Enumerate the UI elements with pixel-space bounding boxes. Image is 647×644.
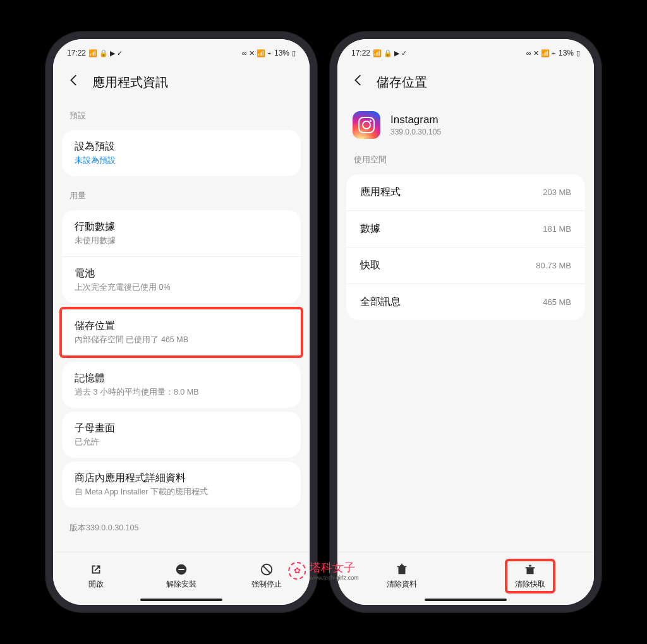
row-mobile-data[interactable]: 行動數據 未使用數據 <box>62 210 301 257</box>
row-memory[interactable]: 記憶體 過去 3 小時的平均使用量：8.0 MB <box>62 362 301 408</box>
card-store: 商店內應用程式詳細資料 自 Meta App Installer 下載的應用程式 <box>62 462 301 508</box>
row-set-default[interactable]: 設為預設 未設為預設 <box>62 130 301 176</box>
svg-line-3 <box>263 566 270 573</box>
kv-val: 80.73 MB <box>536 261 571 270</box>
bottom-actions-left: 開啟 解除安裝 強制停止 <box>53 552 310 605</box>
section-default-label: 預設 <box>53 100 310 126</box>
watermark: ✿ 塔科女子 www.tech-girlz.com <box>288 560 359 581</box>
status-icons-left: 📶 🔒 ▶ ✓ <box>373 49 407 57</box>
action-label: 清除快取 <box>515 579 545 590</box>
kv-val: 203 MB <box>543 188 571 197</box>
phone-left: 17:22 📶 🔒 ▶ ✓ ∞ ✕ 📶 ⌁ 13% ▯ 應用程式資訊 預設 設為… <box>45 32 317 612</box>
row-cache-size[interactable]: 快取 80.73 MB <box>346 247 585 284</box>
status-time: 17:22 <box>351 49 370 57</box>
kv-key: 應用程式 <box>360 186 401 199</box>
row-title: 行動數據 <box>75 220 288 234</box>
gesture-bar[interactable] <box>140 599 222 601</box>
page-header: 儲存位置 <box>337 62 594 100</box>
row-battery[interactable]: 電池 上次完全充電後已使用 0% <box>62 257 301 303</box>
status-icons-right: ∞ ✕ 📶 ⌁ <box>526 49 556 57</box>
screen-left: 17:22 📶 🔒 ▶ ✓ ∞ ✕ 📶 ⌁ 13% ▯ 應用程式資訊 預設 設為… <box>53 39 310 605</box>
kv-val: 181 MB <box>543 224 571 234</box>
action-label: 開啟 <box>88 579 104 590</box>
card-usage: 行動數據 未使用數據 電池 上次完全充電後已使用 0% <box>62 210 301 303</box>
kv-key: 快取 <box>360 259 380 272</box>
row-sub: 未設為預設 <box>75 155 288 166</box>
row-sub: 未使用數據 <box>75 236 288 246</box>
status-bar: 17:22 📶 🔒 ▶ ✓ ∞ ✕ 📶 ⌁ 13% ▯ <box>53 39 310 62</box>
row-title: 商店內應用程式詳細資料 <box>75 472 288 485</box>
row-total-size[interactable]: 全部訊息 465 MB <box>346 284 585 320</box>
chevron-left-icon <box>351 73 365 87</box>
instagram-glyph <box>358 117 375 133</box>
row-sub: 過去 3 小時的平均使用量：8.0 MB <box>75 387 288 398</box>
force-stop-icon <box>260 563 274 576</box>
row-sub: 自 Meta App Installer 下載的應用程式 <box>75 487 288 498</box>
row-title: 儲存位置 <box>75 319 288 333</box>
status-battery: 13% <box>274 49 289 57</box>
version-text: 版本339.0.0.30.105 <box>53 511 310 545</box>
row-sub: 內部儲存空間 已使用了 465 MB <box>75 335 288 345</box>
row-storage[interactable]: 儲存位置 內部儲存空間 已使用了 465 MB <box>62 309 301 355</box>
watermark-logo-icon: ✿ <box>288 562 306 580</box>
status-bar: 17:22 📶 🔒 ▶ ✓ ∞ ✕ 📶 ⌁ 13% ▯ <box>337 39 594 62</box>
page-title: 應用程式資訊 <box>92 74 168 91</box>
chevron-left-icon <box>67 73 81 87</box>
row-sub: 已允許 <box>75 437 288 448</box>
content-left[interactable]: 預設 設為預設 未設為預設 用量 行動數據 未使用數據 電池 上次完全充電後已使… <box>53 100 310 552</box>
card-storage: 儲存位置 內部儲存空間 已使用了 465 MB <box>62 309 301 355</box>
watermark-sub: www.tech-girlz.com <box>310 575 359 581</box>
action-label: 解除安裝 <box>166 579 197 590</box>
card-usage-2: 記憶體 過去 3 小時的平均使用量：8.0 MB <box>62 362 301 408</box>
app-name: Instagram <box>390 114 441 126</box>
action-label: 清除資料 <box>387 579 417 590</box>
highlight-storage: 儲存位置 內部儲存空間 已使用了 465 MB <box>59 307 303 358</box>
row-sub: 上次完全充電後已使用 0% <box>75 282 288 293</box>
row-store-detail[interactable]: 商店內應用程式詳細資料 自 Meta App Installer 下載的應用程式 <box>62 462 301 508</box>
page-header: 應用程式資訊 <box>53 62 310 100</box>
battery-icon: ▯ <box>292 49 296 57</box>
watermark-text: 塔科女子 <box>310 561 355 574</box>
row-title: 子母畫面 <box>75 422 288 435</box>
app-version: 339.0.0.30.105 <box>390 128 441 136</box>
section-space-label: 使用空間 <box>337 144 594 170</box>
kv-val: 465 MB <box>543 297 571 307</box>
action-label: 強制停止 <box>251 579 282 590</box>
card-default: 設為預設 未設為預設 <box>62 130 301 176</box>
open-icon <box>89 563 103 576</box>
kv-key: 數據 <box>360 222 380 236</box>
gesture-bar[interactable] <box>425 599 507 601</box>
back-button[interactable] <box>349 71 368 93</box>
screen-right: 17:22 📶 🔒 ▶ ✓ ∞ ✕ 📶 ⌁ 13% ▯ 儲存位置 Insta <box>337 39 594 605</box>
app-header: Instagram 339.0.0.30.105 <box>337 100 594 144</box>
row-title: 記憶體 <box>75 372 288 385</box>
row-pip[interactable]: 子母畫面 已允許 <box>62 412 301 458</box>
status-battery: 13% <box>559 49 574 57</box>
status-icons-right: ∞ ✕ 📶 ⌁ <box>242 49 272 57</box>
bottom-actions-right: 清除資料 清除快取 <box>337 552 594 605</box>
action-uninstall[interactable]: 解除安裝 <box>156 559 207 593</box>
row-data-size[interactable]: 數據 181 MB <box>346 211 585 247</box>
action-clear-cache[interactable]: 清除快取 <box>505 559 555 593</box>
uninstall-icon <box>174 563 188 576</box>
row-app-size[interactable]: 應用程式 203 MB <box>346 174 585 211</box>
card-pip: 子母畫面 已允許 <box>62 412 301 458</box>
battery-icon: ▯ <box>576 49 580 57</box>
content-right[interactable]: Instagram 339.0.0.30.105 使用空間 應用程式 203 M… <box>337 100 594 552</box>
page-title: 儲存位置 <box>377 74 427 91</box>
card-space: 應用程式 203 MB 數據 181 MB 快取 80.73 MB 全部訊息 4… <box>346 174 585 320</box>
status-time: 17:22 <box>67 49 86 57</box>
clear-data-icon <box>395 563 409 576</box>
action-force-stop[interactable]: 強制停止 <box>241 559 292 593</box>
svg-rect-1 <box>178 569 184 570</box>
action-clear-data[interactable]: 清除資料 <box>377 559 427 593</box>
svg-rect-4 <box>401 564 402 566</box>
back-button[interactable] <box>64 71 83 93</box>
status-icons-left: 📶 🔒 ▶ ✓ <box>88 49 123 57</box>
instagram-icon <box>353 111 380 139</box>
row-title: 設為預設 <box>75 140 288 153</box>
row-title: 電池 <box>75 267 288 280</box>
section-usage-label: 用量 <box>53 180 310 206</box>
kv-key: 全部訊息 <box>360 295 401 309</box>
action-open[interactable]: 開啟 <box>71 559 121 593</box>
